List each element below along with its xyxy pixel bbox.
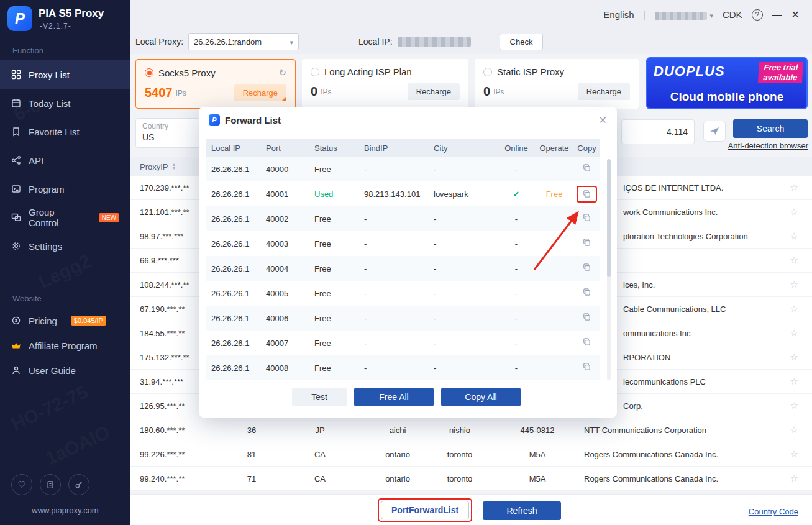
- copy-icon[interactable]: [582, 238, 591, 247]
- document-icon[interactable]: [40, 474, 61, 495]
- column-bindip: BindIP: [359, 144, 429, 153]
- sidebar-item-today-list[interactable]: Today List: [0, 89, 130, 117]
- ip-unit: IPs: [493, 88, 504, 96]
- recharge-button[interactable]: Recharge: [408, 83, 460, 100]
- forward-row: 26.26.26.140007Free---: [206, 331, 600, 355]
- copy-icon[interactable]: [582, 263, 591, 272]
- copy-icon[interactable]: [582, 313, 591, 322]
- copy-all-button[interactable]: Copy All: [441, 388, 521, 406]
- close-icon[interactable]: ✕: [791, 9, 800, 21]
- watermark: 1aOAlO: [42, 421, 113, 469]
- ad-caption: Cloud mobile phone: [647, 90, 806, 104]
- favorite-star-icon[interactable]: [790, 303, 798, 314]
- copy-icon[interactable]: [582, 362, 591, 372]
- terminal-icon: [11, 184, 21, 194]
- country-filter-select[interactable]: Country US: [135, 118, 200, 148]
- sidebar-item-program[interactable]: Program: [0, 175, 130, 203]
- sidebar-item-affiliate-program[interactable]: Affiliate Program: [0, 333, 130, 358]
- app-version: -V2.1.7-: [39, 22, 104, 30]
- duoplus-ad-banner[interactable]: DuoPlus Free trial available Cloud mobil…: [646, 57, 808, 109]
- favorite-star-icon[interactable]: [790, 206, 798, 217]
- pia-logo-icon: P: [209, 114, 220, 126]
- favorite-star-icon[interactable]: [790, 376, 798, 387]
- sidebar-item-pricing[interactable]: Pricing $0.045/IP: [0, 308, 130, 333]
- table-row: 99.240.***.** 71 CA ontario toronto M5A …: [130, 467, 812, 491]
- language-selector[interactable]: English: [603, 9, 634, 20]
- favorite-star-icon[interactable]: [790, 424, 798, 436]
- app-logo: P PIA S5 Proxy -V2.1.7-: [0, 0, 130, 37]
- radio-icon[interactable]: [483, 68, 492, 76]
- forward-list-modal: P Forward List Local IP Port Status Bind…: [199, 107, 617, 418]
- free-all-button[interactable]: Free All: [354, 388, 434, 406]
- refresh-button[interactable]: Refresh: [483, 501, 561, 520]
- sidebar-item-favorite-list[interactable]: Favorite List: [0, 117, 130, 146]
- ip-unit: IPs: [321, 88, 331, 96]
- search-button[interactable]: Search: [733, 119, 808, 138]
- close-icon[interactable]: [599, 114, 607, 126]
- favorite-star-icon[interactable]: [790, 231, 798, 242]
- proxy-ip: 99.226.***.**: [140, 450, 185, 459]
- sidebar-item-api[interactable]: API: [0, 146, 130, 175]
- radio-selected-icon[interactable]: [145, 68, 153, 77]
- country-code-link[interactable]: Country Code: [749, 507, 798, 516]
- port-forward-list-button[interactable]: PortForwardList: [381, 501, 469, 519]
- country-code: CA: [308, 474, 332, 483]
- favorite-star-icon[interactable]: [790, 449, 798, 460]
- favorite-star-icon[interactable]: [790, 327, 798, 339]
- plan-card-long-acting-isp[interactable]: Long Acting ISP Plan 0 IPs Recharge: [302, 59, 468, 109]
- user-account-menu[interactable]: [655, 9, 713, 20]
- table-row: 99.226.***.** 81 CA ontario toronto M5A …: [130, 442, 812, 467]
- favorite-star-icon[interactable]: [790, 473, 798, 484]
- copy-icon[interactable]: [582, 213, 591, 222]
- sidebar-item-proxy-list[interactable]: Proxy List: [0, 60, 130, 89]
- anti-detection-launch-button[interactable]: [703, 121, 726, 142]
- plan-name: Static ISP Proxy: [497, 66, 564, 77]
- ip-search-input[interactable]: 4.114: [621, 119, 695, 144]
- sidebar-item-label: Pricing: [29, 316, 57, 326]
- free-action-link[interactable]: Free: [546, 189, 563, 199]
- ip-unit: IPs: [176, 89, 186, 98]
- sidebar-item-settings[interactable]: Settings: [0, 232, 130, 260]
- recharge-button[interactable]: Recharge: [578, 83, 630, 100]
- favorite-star-icon[interactable]: [790, 279, 798, 290]
- test-button[interactable]: Test: [292, 388, 347, 406]
- local-proxy-select[interactable]: 26.26.26.1:random: [188, 33, 299, 50]
- proxy-ip: 175.132.***.**: [140, 353, 189, 362]
- check-button[interactable]: Check: [500, 34, 544, 50]
- country-filter-value: US: [142, 132, 193, 142]
- favorite-star-icon[interactable]: [790, 182, 798, 193]
- scrollbar-thumb[interactable]: [607, 159, 611, 277]
- refresh-icon[interactable]: ↻: [278, 67, 286, 78]
- help-icon[interactable]: ?: [752, 9, 763, 21]
- cdk-link[interactable]: CDK: [723, 9, 742, 20]
- sidebar-item-label: Proxy List: [29, 70, 70, 80]
- sidebar-item-group-control[interactable]: Group Control NEW: [0, 203, 130, 232]
- copy-icon[interactable]: [582, 163, 591, 173]
- piaproxy-site-link[interactable]: www.piaproxy.com: [0, 506, 130, 515]
- copy-icon-highlighted[interactable]: [582, 189, 591, 199]
- column-proxyip[interactable]: ProxyIP: [140, 162, 168, 171]
- price-badge: $0.045/IP: [71, 316, 106, 326]
- favorite-star-icon[interactable]: [790, 255, 798, 266]
- forward-row: 26.26.26.140000Free---: [206, 157, 600, 181]
- favorite-star-icon[interactable]: [790, 400, 798, 411]
- port: 81: [239, 450, 264, 459]
- local-ip-redacted: [398, 37, 471, 47]
- radio-icon[interactable]: [311, 68, 319, 76]
- sidebar-footer-icons: ♡: [11, 474, 89, 495]
- zip-code: M5A: [503, 474, 572, 483]
- key-icon[interactable]: [68, 474, 89, 495]
- favorite-star-icon[interactable]: [790, 352, 798, 363]
- plan-card-socks5[interactable]: Socks5 Proxy ↻ 5407 IPs Recharge: [135, 59, 296, 109]
- copy-icon[interactable]: [582, 288, 591, 297]
- sidebar-item-user-guide[interactable]: User Guide: [0, 358, 130, 383]
- minimize-icon[interactable]: —: [772, 9, 782, 21]
- sort-icon[interactable]: [172, 163, 176, 170]
- copy-icon[interactable]: [582, 337, 591, 347]
- heart-icon[interactable]: ♡: [11, 474, 32, 495]
- recharge-button[interactable]: Recharge: [234, 84, 286, 101]
- isp-name: work Communications Inc.: [623, 208, 718, 217]
- anti-detection-browser-link[interactable]: Anti-detection browser: [728, 141, 808, 150]
- plan-card-static-isp[interactable]: Static ISP Proxy 0 IPs Recharge: [475, 59, 639, 109]
- sidebar-item-label: Favorite List: [29, 127, 80, 137]
